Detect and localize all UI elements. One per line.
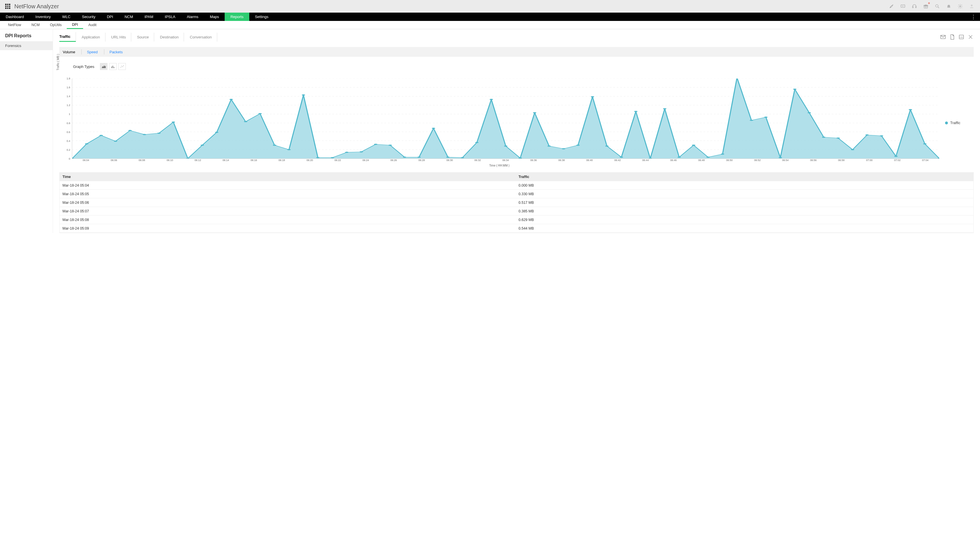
title-bar: NetFlow Analyzer xyxy=(0,0,980,13)
svg-point-52 xyxy=(417,156,421,158)
table-header: Time Traffic xyxy=(60,172,974,181)
svg-point-44 xyxy=(302,94,305,96)
svg-rect-1 xyxy=(912,6,913,8)
svg-point-80 xyxy=(822,137,825,138)
svg-point-33 xyxy=(143,134,146,135)
svg-point-34 xyxy=(158,133,161,134)
report-tab-destination[interactable]: Destination xyxy=(160,33,184,41)
svg-point-32 xyxy=(128,130,132,131)
subnav-oputils[interactable]: OpUtils xyxy=(45,21,67,29)
svg-point-16 xyxy=(123,67,123,67)
pdf-icon[interactable] xyxy=(949,34,955,40)
subnav-netflow[interactable]: NetFlow xyxy=(3,21,26,29)
svg-rect-2 xyxy=(916,6,916,8)
close-icon[interactable] xyxy=(967,34,974,40)
svg-point-51 xyxy=(403,156,406,158)
svg-point-75 xyxy=(749,120,753,121)
report-tab-source[interactable]: Source xyxy=(137,33,154,41)
svg-point-57 xyxy=(490,99,493,100)
svg-point-45 xyxy=(316,157,320,158)
svg-point-60 xyxy=(533,112,536,113)
svg-point-65 xyxy=(605,146,609,147)
metric-tab-packets[interactable]: Packets xyxy=(110,50,123,54)
svg-point-53 xyxy=(432,128,435,129)
subnav-dpi[interactable]: DPI xyxy=(67,21,83,29)
rocket-icon[interactable] xyxy=(888,3,895,10)
subnav-ncm[interactable]: NCM xyxy=(26,21,45,29)
svg-point-62 xyxy=(562,148,565,149)
svg-point-73 xyxy=(721,154,724,155)
graph-type-scatter-button[interactable] xyxy=(118,63,126,70)
headset-icon[interactable] xyxy=(911,3,918,10)
metric-tab-speed[interactable]: Speed xyxy=(87,50,98,54)
svg-point-35 xyxy=(172,121,175,123)
svg-point-46 xyxy=(331,157,334,158)
legend-dot-icon xyxy=(945,121,948,124)
svg-point-86 xyxy=(908,109,912,110)
svg-point-77 xyxy=(778,157,782,158)
nav-security[interactable]: Security xyxy=(76,13,101,21)
svg-point-31 xyxy=(114,141,117,142)
nav-maps[interactable]: Maps xyxy=(204,13,225,21)
nav-ncm[interactable]: NCM xyxy=(119,13,139,21)
apps-grid-icon[interactable] xyxy=(5,4,10,9)
main-nav: DashboardInventoryWLCSecurityDPINCMIPAMI… xyxy=(0,13,980,21)
svg-point-58 xyxy=(504,146,508,147)
svg-rect-11 xyxy=(111,67,112,68)
report-tab-url-hits[interactable]: URL Hits xyxy=(111,33,132,41)
svg-point-29 xyxy=(85,143,88,145)
traffic-chart xyxy=(72,78,939,159)
table-row: Mar-18-24 05:050.330 MB xyxy=(60,190,974,198)
table-row: Mar-18-24 05:080.629 MB xyxy=(60,215,974,224)
svg-point-70 xyxy=(678,156,681,158)
table-row: Mar-18-24 05:090.544 MB xyxy=(60,224,974,233)
nav-inventory[interactable]: Inventory xyxy=(30,13,56,21)
mail-icon[interactable] xyxy=(940,34,946,40)
user-icon[interactable] xyxy=(969,3,975,10)
sidebar-item-forensics[interactable]: Forensics xyxy=(0,41,53,50)
svg-point-82 xyxy=(851,149,854,150)
col-traffic: Traffic xyxy=(517,175,974,179)
svg-point-17 xyxy=(123,65,124,66)
presentation-icon[interactable] xyxy=(900,3,906,10)
nav-alarms[interactable]: Alarms xyxy=(181,13,204,21)
svg-point-55 xyxy=(461,157,464,158)
gear-icon[interactable] xyxy=(957,3,963,10)
legend-label: Traffic xyxy=(950,121,960,125)
search-icon[interactable] xyxy=(934,3,940,10)
nav-wlc[interactable]: WLC xyxy=(56,13,76,21)
report-tab-application[interactable]: Application xyxy=(82,33,105,41)
svg-point-67 xyxy=(634,111,638,112)
graph-type-bar-button[interactable] xyxy=(109,63,117,70)
app-title: NetFlow Analyzer xyxy=(14,3,59,10)
bell-icon[interactable] xyxy=(946,3,952,10)
svg-point-49 xyxy=(374,143,377,145)
metric-tab-volume[interactable]: Volume xyxy=(63,50,75,54)
graph-type-area-button[interactable] xyxy=(100,63,107,70)
nav-dpi[interactable]: DPI xyxy=(101,13,119,21)
nav-ipsla[interactable]: IPSLA xyxy=(159,13,181,21)
nav-settings[interactable]: Settings xyxy=(249,13,274,21)
svg-point-39 xyxy=(229,99,233,100)
nav-reports[interactable]: Reports xyxy=(225,13,249,21)
report-tab-conversation[interactable]: Conversation xyxy=(190,33,217,41)
svg-point-54 xyxy=(446,156,450,158)
svg-point-6 xyxy=(960,6,961,7)
svg-point-7 xyxy=(971,5,972,6)
csv-icon[interactable]: CSV xyxy=(958,34,964,40)
table-row: Mar-18-24 05:040.000 MB xyxy=(60,181,974,190)
graph-types-label: Graph Types xyxy=(73,64,94,69)
svg-point-66 xyxy=(619,156,623,158)
svg-point-84 xyxy=(880,135,883,137)
svg-point-61 xyxy=(547,146,551,147)
table-row: Mar-18-24 05:070.385 MB xyxy=(60,207,974,215)
gift-icon[interactable] xyxy=(923,3,929,10)
kebab-menu-icon[interactable]: ⋮ xyxy=(967,13,980,21)
nav-ipam[interactable]: IPAM xyxy=(139,13,159,21)
svg-point-48 xyxy=(360,151,363,153)
nav-dashboard[interactable]: Dashboard xyxy=(0,13,30,21)
svg-point-71 xyxy=(692,145,695,146)
report-tab-traffic[interactable]: Traffic xyxy=(59,32,76,42)
svg-point-56 xyxy=(475,142,479,143)
subnav-audit[interactable]: Audit xyxy=(83,21,102,29)
